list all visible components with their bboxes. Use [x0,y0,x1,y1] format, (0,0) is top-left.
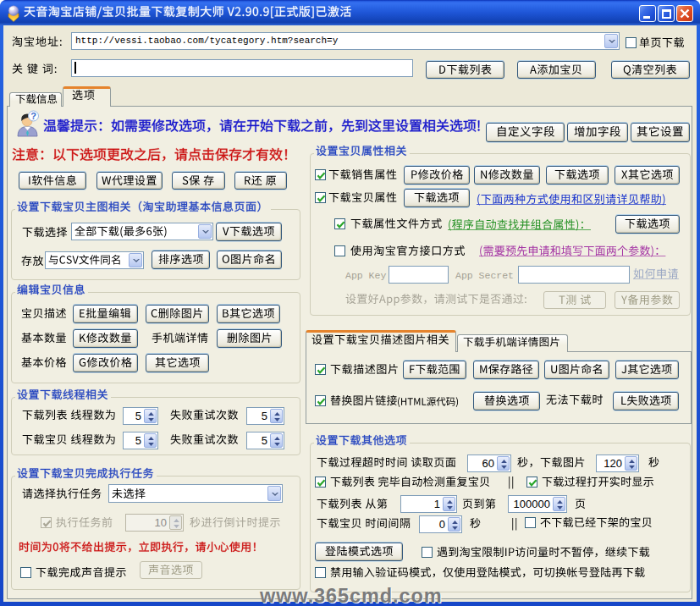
svg-text:?: ? [30,111,36,121]
